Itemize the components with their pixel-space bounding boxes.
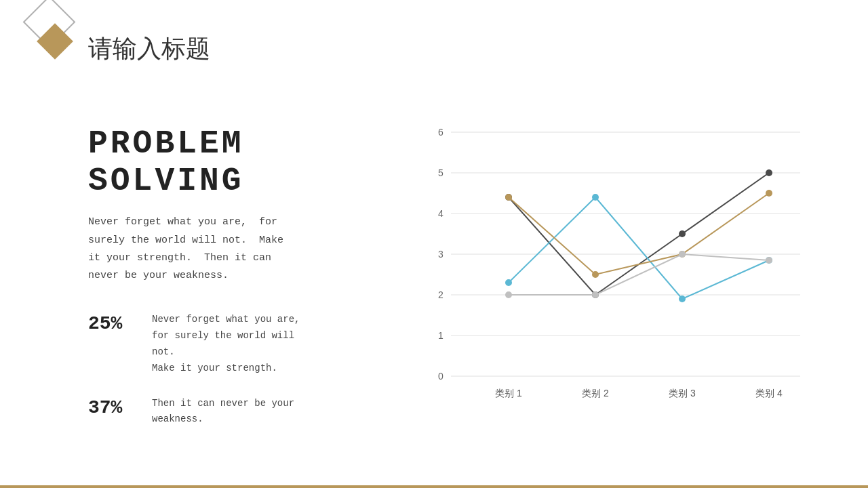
svg-point-30 — [505, 291, 512, 298]
svg-text:6: 6 — [438, 127, 443, 138]
stat-item-2: 37% Then it can never be your weakness. — [88, 396, 373, 428]
stat1-description: Never forget what you are, for surely th… — [152, 312, 300, 376]
svg-point-33 — [766, 257, 772, 264]
description-text: Never forget what you are, for surely th… — [88, 214, 373, 285]
bottom-line — [0, 485, 868, 488]
stat2-percentage: 37% — [88, 396, 136, 418]
svg-text:1: 1 — [438, 330, 443, 341]
stat2-description: Then it can never be your weakness. — [152, 396, 294, 428]
svg-text:类别 2: 类别 2 — [582, 388, 609, 399]
svg-point-20 — [679, 230, 686, 237]
svg-point-32 — [679, 251, 686, 258]
svg-text:类别 4: 类别 4 — [755, 388, 783, 399]
svg-text:类别 3: 类别 3 — [669, 388, 696, 399]
svg-point-29 — [766, 190, 772, 197]
svg-point-23 — [592, 194, 599, 201]
stats-section: 25% Never forget what you are, for surel… — [88, 312, 373, 428]
svg-text:类别 1: 类别 1 — [495, 388, 522, 399]
svg-point-31 — [592, 291, 599, 298]
svg-text:5: 5 — [438, 167, 443, 178]
top-decoration — [0, 0, 81, 75]
svg-text:4: 4 — [438, 208, 443, 219]
svg-point-24 — [679, 296, 686, 302]
svg-text:0: 0 — [438, 371, 443, 382]
page-title: 请输入标题 — [88, 33, 210, 66]
ps-line2: SOLVING — [88, 163, 244, 199]
line-chart: 6 5 4 3 2 1 0 类别 1 类别 2 类别 3 类别 4 — [420, 125, 814, 410]
svg-point-26 — [505, 194, 512, 201]
left-content: PROBLEM SOLVING Never forget what you ar… — [88, 125, 373, 428]
svg-point-22 — [505, 279, 512, 286]
ps-line1: PROBLEM — [88, 125, 244, 162]
svg-point-27 — [592, 271, 599, 278]
svg-text:2: 2 — [438, 289, 443, 300]
problem-solving-title: PROBLEM SOLVING — [88, 125, 373, 200]
svg-point-21 — [766, 169, 772, 176]
stat-item-1: 25% Never forget what you are, for surel… — [88, 312, 373, 376]
svg-text:3: 3 — [438, 249, 443, 260]
chart-container: 6 5 4 3 2 1 0 类别 1 类别 2 类别 3 类别 4 — [420, 125, 814, 410]
stat1-percentage: 25% — [88, 312, 136, 334]
